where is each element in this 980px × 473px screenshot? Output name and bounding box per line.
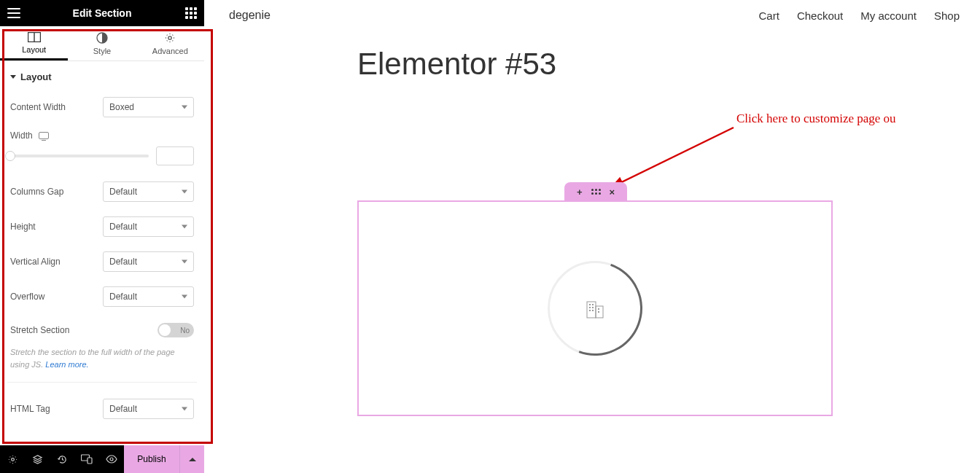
panel-footer: Publish — [0, 445, 204, 473]
divider — [7, 382, 197, 383]
preview-button[interactable] — [99, 445, 124, 473]
columns-gap-select[interactable]: Default — [103, 181, 194, 202]
stretch-hint: Stretch the section to the full width of… — [7, 346, 197, 373]
building-icon — [584, 297, 606, 319]
tab-style[interactable]: Style — [68, 26, 136, 60]
layout-icon — [28, 32, 41, 42]
eye-icon — [106, 455, 117, 464]
svg-point-7 — [110, 458, 113, 461]
responsive-icon — [81, 454, 93, 464]
site-nav: Cart Checkout My account Shop — [759, 9, 960, 22]
control-height: Height Default — [7, 209, 197, 244]
apps-grid-icon[interactable] — [185, 7, 197, 19]
gear-icon — [7, 454, 18, 465]
loading-widget — [548, 261, 642, 356]
svg-rect-6 — [88, 458, 92, 464]
svg-rect-17 — [598, 311, 599, 313]
caret-down-icon — [10, 75, 16, 79]
nav-account[interactable]: My account — [860, 9, 917, 22]
overflow-select[interactable]: Default — [103, 286, 194, 307]
tab-advanced[interactable]: Advanced — [136, 26, 204, 60]
panel-body: Layout Content Width Boxed Width Columns… — [0, 61, 204, 445]
navigator-button[interactable] — [25, 445, 50, 473]
control-content-width: Content Width Boxed — [7, 90, 197, 125]
canvas-section[interactable] — [357, 200, 833, 416]
content-width-select[interactable]: Boxed — [103, 97, 194, 117]
section-layout-toggle[interactable]: Layout — [7, 61, 197, 90]
stretch-toggle[interactable]: No — [158, 323, 194, 337]
vertical-align-select[interactable]: Default — [103, 251, 194, 272]
svg-rect-15 — [592, 310, 594, 311]
publish-button[interactable]: Publish — [124, 445, 179, 473]
layers-icon — [32, 454, 43, 465]
add-section-button[interactable]: + — [577, 187, 583, 198]
page-title: Elementor #53 — [204, 22, 980, 95]
svg-rect-12 — [589, 307, 591, 308]
elementor-panel: Edit Section Layout Style Advanced Layou… — [0, 0, 204, 473]
height-select[interactable]: Default — [103, 216, 194, 237]
width-input[interactable] — [156, 146, 194, 165]
hamburger-icon[interactable] — [7, 8, 20, 18]
drag-handle-icon[interactable] — [591, 189, 601, 195]
gear-icon — [164, 32, 176, 44]
preview-area: degenie Cart Checkout My account Shop El… — [204, 0, 980, 473]
nav-shop[interactable]: Shop — [934, 9, 960, 22]
svg-rect-10 — [589, 304, 591, 305]
nav-cart[interactable]: Cart — [759, 9, 779, 22]
control-stretch: Stretch Section No — [7, 314, 197, 346]
learn-more-link[interactable]: Learn more. — [45, 360, 88, 369]
control-columns-gap: Columns Gap Default — [7, 174, 197, 209]
site-header: degenie Cart Checkout My account Shop — [204, 0, 980, 22]
history-button[interactable] — [50, 445, 74, 473]
control-width-slider — [7, 141, 197, 174]
svg-rect-8 — [587, 302, 596, 318]
annotation-text: Click here to customize page ou — [736, 112, 896, 126]
responsive-button[interactable] — [74, 445, 99, 473]
history-icon — [57, 454, 68, 465]
svg-rect-11 — [592, 304, 594, 305]
nav-checkout[interactable]: Checkout — [797, 9, 843, 22]
svg-point-3 — [168, 36, 171, 39]
svg-rect-14 — [589, 310, 591, 311]
svg-rect-16 — [598, 308, 599, 310]
control-html-tag: HTML Tag Default — [7, 391, 197, 426]
panel-title: Edit Section — [73, 7, 132, 19]
style-icon — [96, 32, 108, 44]
svg-rect-13 — [592, 307, 594, 308]
svg-point-4 — [11, 458, 14, 461]
section-handle: + × — [564, 182, 627, 201]
remove-section-button[interactable]: × — [610, 187, 615, 198]
site-title: degenie — [229, 9, 271, 22]
publish-options-button[interactable] — [179, 445, 204, 473]
control-vertical-align: Vertical Align Default — [7, 244, 197, 279]
desktop-icon[interactable] — [39, 132, 49, 139]
width-slider[interactable] — [10, 155, 149, 157]
tab-layout[interactable]: Layout — [0, 26, 68, 60]
control-overflow: Overflow Default — [7, 279, 197, 314]
panel-tabs: Layout Style Advanced — [0, 26, 204, 61]
chevron-up-icon — [189, 458, 196, 461]
panel-header: Edit Section — [0, 0, 204, 26]
settings-button[interactable] — [0, 445, 25, 473]
control-width-label: Width — [7, 125, 197, 141]
html-tag-select[interactable]: Default — [103, 399, 194, 419]
svg-line-18 — [612, 128, 734, 187]
